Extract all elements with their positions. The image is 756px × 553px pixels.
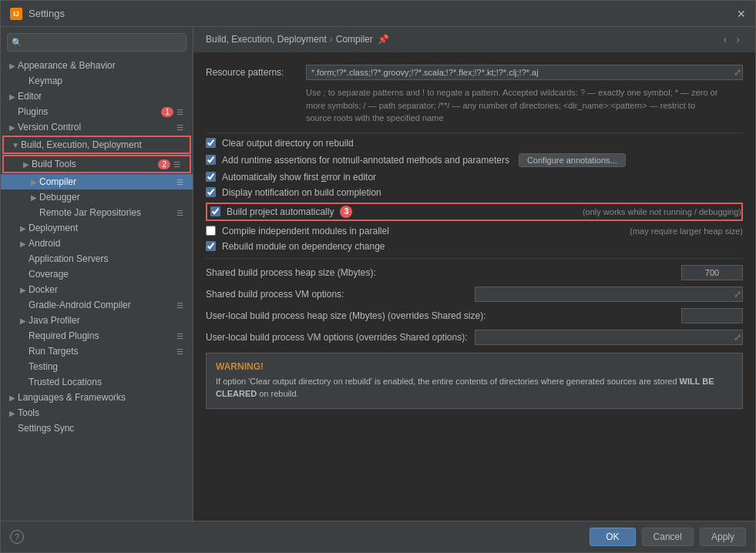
show-first-error-checkbox[interactable] — [206, 172, 216, 182]
sidebar-item-settings-sync[interactable]: Settings Sync — [1, 421, 193, 436]
build-auto-badge: 3 — [340, 206, 352, 218]
clear-output-checkbox[interactable] — [206, 138, 216, 148]
sidebar-item-keymap[interactable]: Keymap — [1, 73, 193, 89]
settings-window: IJ Settings ✕ 🔍 ▶ Appearance & Behavior … — [0, 0, 756, 553]
sidebar-item-label: Tools — [18, 407, 186, 418]
sidebar-item-label: Remote Jar Repositories — [39, 207, 176, 218]
sidebar-item-label: Version Control — [18, 122, 176, 132]
close-button[interactable]: ✕ — [737, 8, 746, 20]
warning-box: WARNING! If option 'Clear output directo… — [206, 353, 743, 409]
resource-pattern-label: Resource patterns: — [206, 65, 306, 78]
search-icon: 🔍 — [12, 38, 22, 48]
sidebar-item-testing[interactable]: Testing — [1, 359, 193, 374]
breadcrumb-back-button[interactable]: ‹ — [721, 33, 731, 45]
resource-pattern-input-wrapper: ⤢ — [306, 65, 743, 80]
user-vm-expand-button[interactable]: ⤢ — [734, 332, 741, 343]
sidebar-item-application-servers[interactable]: Application Servers — [1, 251, 193, 266]
arrow-icon: ▶ — [29, 178, 39, 186]
shared-heap-row: Shared build process heap size (Mbytes): — [206, 265, 743, 280]
build-auto-label: Build project automatically — [227, 206, 334, 217]
ok-button[interactable]: OK — [590, 528, 635, 546]
build-auto-checkbox[interactable] — [210, 206, 220, 216]
arrow-icon: ▶ — [7, 394, 18, 402]
sidebar-item-java-profiler[interactable]: ▶ Java Profiler — [1, 313, 193, 328]
sidebar: 🔍 ▶ Appearance & Behavior Keymap ▶ Edito… — [1, 27, 193, 521]
shared-heap-input[interactable] — [681, 265, 743, 280]
shared-vm-expand-button[interactable]: ⤢ — [734, 289, 741, 300]
compile-parallel-label: Compile independent modules in parallel — [222, 226, 389, 236]
search-input[interactable] — [7, 33, 186, 52]
cancel-button[interactable]: Cancel — [642, 528, 694, 546]
main-content: 🔍 ▶ Appearance & Behavior Keymap ▶ Edito… — [1, 27, 755, 521]
shared-vm-label: Shared build process VM options: — [206, 289, 475, 300]
compile-parallel-checkbox[interactable] — [206, 226, 216, 236]
sidebar-item-version-control[interactable]: ▶ Version Control ☰ — [1, 119, 193, 135]
warning-text: If option 'Clear output directory on reb… — [216, 375, 733, 401]
sidebar-item-label: Editor — [18, 91, 186, 102]
sidebar-item-label: Deployment — [29, 223, 186, 233]
sidebar-item-build-execution[interactable]: ▼ Build, Execution, Deployment — [2, 136, 191, 154]
settings-icon: ☰ — [176, 123, 183, 132]
breadcrumb-current: Compiler — [336, 34, 373, 45]
apply-button[interactable]: Apply — [700, 528, 746, 546]
breadcrumb-bar: Build, Execution, Deployment › Compiler … — [193, 27, 755, 52]
arrow-icon: ▶ — [18, 286, 29, 294]
arrow-icon: ▶ — [18, 224, 29, 233]
warning-title: WARNING! — [216, 361, 733, 372]
search-box: 🔍 — [7, 33, 186, 52]
display-notification-label: Display notification on build completion — [222, 187, 381, 198]
resource-pattern-hint: Use ; to separate patterns and ! to nega… — [206, 86, 743, 125]
rebuild-module-label: Rebuild module on dependency change — [222, 241, 385, 252]
sidebar-item-tools[interactable]: ▶ Tools — [1, 405, 193, 421]
breadcrumb-forward-button[interactable]: › — [733, 33, 743, 45]
sidebar-item-coverage[interactable]: Coverage — [1, 266, 193, 282]
sidebar-item-build-tools[interactable]: ▶ Build Tools 2 ☰ — [2, 155, 191, 173]
user-vm-input[interactable] — [475, 330, 744, 345]
breadcrumb-pin-icon: 📌 — [378, 34, 389, 45]
sidebar-item-remote-jar[interactable]: Remote Jar Repositories ☰ — [1, 205, 193, 220]
arrow-icon: ▶ — [7, 92, 18, 101]
sidebar-item-label: Languages & Frameworks — [18, 392, 186, 403]
help-button[interactable]: ? — [10, 530, 24, 544]
sidebar-item-label: Run Targets — [29, 346, 176, 357]
user-heap-input[interactable] — [681, 308, 743, 323]
shared-vm-input[interactable] — [475, 287, 744, 302]
sidebar-item-trusted-locations[interactable]: Trusted Locations — [1, 374, 193, 390]
sidebar-item-debugger[interactable]: ▶ Debugger — [1, 189, 193, 205]
compile-parallel-note: (may require larger heap size) — [630, 226, 743, 236]
sidebar-item-label: Plugins — [18, 106, 161, 117]
sidebar-item-android[interactable]: ▶ Android — [1, 236, 193, 251]
sidebar-item-required-plugins[interactable]: Required Plugins ☰ — [1, 328, 193, 344]
sidebar-item-docker[interactable]: ▶ Docker — [1, 282, 193, 297]
show-first-error-row: Automatically show first error in editor — [206, 172, 743, 183]
title-bar: IJ Settings ✕ — [1, 1, 755, 27]
sidebar-item-languages[interactable]: ▶ Languages & Frameworks — [1, 390, 193, 405]
app-icon: IJ — [10, 8, 22, 20]
sidebar-item-plugins[interactable]: Plugins 1 ☰ — [1, 104, 193, 119]
arrow-icon: ▶ — [18, 240, 29, 248]
sidebar-item-run-targets[interactable]: Run Targets ☰ — [1, 344, 193, 359]
sidebar-item-compiler[interactable]: ▶ Compiler ☰ — [1, 174, 193, 189]
settings-icon: ☰ — [176, 209, 183, 217]
build-tools-badge: 2 — [158, 159, 170, 169]
resource-pattern-expand-button[interactable]: ⤢ — [734, 67, 741, 78]
main-panel: Build, Execution, Deployment › Compiler … — [193, 27, 755, 521]
rebuild-module-checkbox[interactable] — [206, 241, 216, 251]
arrow-icon: ▶ — [21, 160, 32, 169]
sidebar-item-appearance[interactable]: ▶ Appearance & Behavior — [1, 58, 193, 73]
sidebar-item-deployment[interactable]: ▶ Deployment — [1, 220, 193, 236]
resource-pattern-input[interactable] — [306, 65, 743, 80]
user-vm-row: User-local build process VM options (ove… — [206, 330, 743, 345]
sidebar-item-label: Settings Sync — [18, 423, 186, 434]
shared-heap-label: Shared build process heap size (Mbytes): — [206, 267, 681, 278]
sidebar-item-label: Trusted Locations — [29, 377, 186, 387]
sidebar-item-gradle-android[interactable]: Gradle-Android Compiler ☰ — [1, 297, 193, 313]
plugins-badge: 1 — [161, 107, 173, 117]
add-runtime-checkbox[interactable] — [206, 155, 216, 165]
sidebar-item-editor[interactable]: ▶ Editor — [1, 89, 193, 104]
sidebar-item-label: Keymap — [29, 75, 186, 86]
sidebar-item-label: Testing — [29, 361, 186, 372]
display-notification-checkbox[interactable] — [206, 187, 216, 197]
configure-annotations-button[interactable]: Configure annotations... — [519, 153, 626, 167]
clear-output-row: Clear output directory on rebuild — [206, 138, 743, 149]
